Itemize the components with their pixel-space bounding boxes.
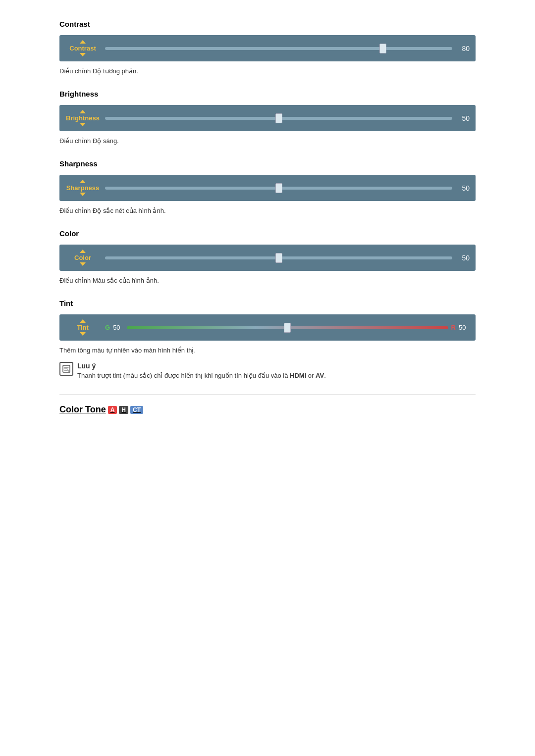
contrast-arrow-down[interactable] (80, 53, 86, 56)
tint-arrow-down[interactable] (80, 332, 86, 336)
color-tone-label: Color Tone (59, 404, 106, 415)
color-label: Color (74, 254, 91, 261)
brightness-track-area (105, 117, 452, 120)
brightness-label: Brightness (66, 114, 100, 122)
brightness-title: Brightness (59, 90, 476, 98)
tint-description: Thêm tông màu tự nhiên vào màn hình hiển… (59, 347, 476, 354)
color-tone-title: Color Tone A H CT (59, 404, 476, 415)
contrast-arrow-up[interactable] (80, 40, 86, 44)
color-section: Color Color 50 Điều chỉnh Màu sắc của hì… (59, 229, 476, 284)
brightness-track[interactable] (105, 117, 452, 120)
note-title: Luu ý (77, 362, 326, 370)
badge-h: H (119, 406, 128, 414)
sharpness-track-area (105, 187, 452, 190)
sharpness-label: Sharpness (66, 184, 99, 192)
color-description: Điều chỉnh Màu sắc của hình ảnh. (59, 277, 476, 284)
contrast-track[interactable] (105, 47, 452, 50)
sharpness-value: 50 (457, 184, 470, 192)
color-track-area (105, 256, 452, 259)
color-arrow-up[interactable] (80, 250, 86, 253)
tint-track-area: G 50 R 50 (105, 324, 470, 331)
badge-a: A (108, 406, 117, 414)
tint-track[interactable] (127, 326, 448, 329)
color-slider-container[interactable]: Color 50 (59, 245, 476, 271)
tint-arrow-up[interactable] (80, 319, 86, 323)
sharpness-label-block: Sharpness (65, 180, 100, 196)
tint-note-block: Luu ý Thanh trượt tint (màu sắc) chỉ đượ… (59, 362, 476, 379)
brightness-value: 50 (457, 114, 470, 122)
note-icon (59, 362, 73, 376)
contrast-value: 80 (457, 45, 470, 52)
contrast-slider-container[interactable]: Contrast 80 (59, 35, 476, 61)
tint-label-block: Tint (65, 319, 100, 336)
tint-r-label: R (451, 324, 456, 331)
tint-section: Tint Tint G 50 R 50 Thêm tông màu tự nhi… (59, 299, 476, 379)
brightness-slider-container[interactable]: Brightness 50 (59, 105, 476, 131)
contrast-title: Contrast (59, 20, 476, 28)
tint-thumb[interactable] (284, 323, 291, 333)
brightness-label-block: Brightness (65, 110, 100, 126)
color-thumb[interactable] (275, 253, 282, 263)
tint-slider-container[interactable]: Tint G 50 R 50 (59, 314, 476, 341)
contrast-track-area (105, 47, 452, 50)
sharpness-track[interactable] (105, 187, 452, 190)
color-track[interactable] (105, 256, 452, 259)
sharpness-title: Sharpness (59, 159, 476, 168)
brightness-thumb[interactable] (275, 113, 282, 123)
color-label-block: Color (65, 250, 100, 266)
color-arrow-down[interactable] (80, 262, 86, 266)
brightness-section: Brightness Brightness 50 Điều chỉnh Độ s… (59, 90, 476, 145)
contrast-section: Contrast Contrast 80 Điều chỉnh Độ tương… (59, 20, 476, 75)
brightness-arrow-up[interactable] (80, 110, 86, 113)
note-content: Luu ý Thanh trượt tint (màu sắc) chỉ đượ… (77, 362, 326, 379)
sharpness-description: Điều chỉnh Độ sắc nét của hình ảnh. (59, 207, 476, 214)
contrast-description: Điều chỉnh Độ tương phản. (59, 67, 476, 75)
tint-title: Tint (59, 299, 476, 307)
divider (59, 394, 476, 395)
contrast-thumb[interactable] (379, 44, 386, 53)
color-value: 50 (457, 254, 470, 262)
color-title: Color (59, 229, 476, 238)
contrast-label-block: Contrast (65, 40, 100, 56)
contrast-label: Contrast (69, 45, 96, 52)
tint-g-value: 50 (113, 324, 124, 331)
sharpness-arrow-up[interactable] (80, 180, 86, 183)
tint-r-value: 50 (459, 324, 470, 331)
note-text: Thanh trượt tint (màu sắc) chỉ được hiển… (77, 372, 326, 379)
sharpness-section: Sharpness Sharpness 50 Điều chỉnh Độ sắc… (59, 159, 476, 214)
brightness-arrow-down[interactable] (80, 123, 86, 126)
tint-g-label: G (105, 324, 110, 331)
badge-ct: CT (130, 406, 143, 414)
brightness-description: Điều chỉnh Độ sáng. (59, 137, 476, 145)
tint-label: Tint (77, 324, 89, 331)
sharpness-slider-container[interactable]: Sharpness 50 (59, 175, 476, 201)
color-tone-section: Color Tone A H CT (59, 404, 476, 415)
sharpness-arrow-down[interactable] (80, 193, 86, 196)
sharpness-thumb[interactable] (275, 183, 282, 193)
